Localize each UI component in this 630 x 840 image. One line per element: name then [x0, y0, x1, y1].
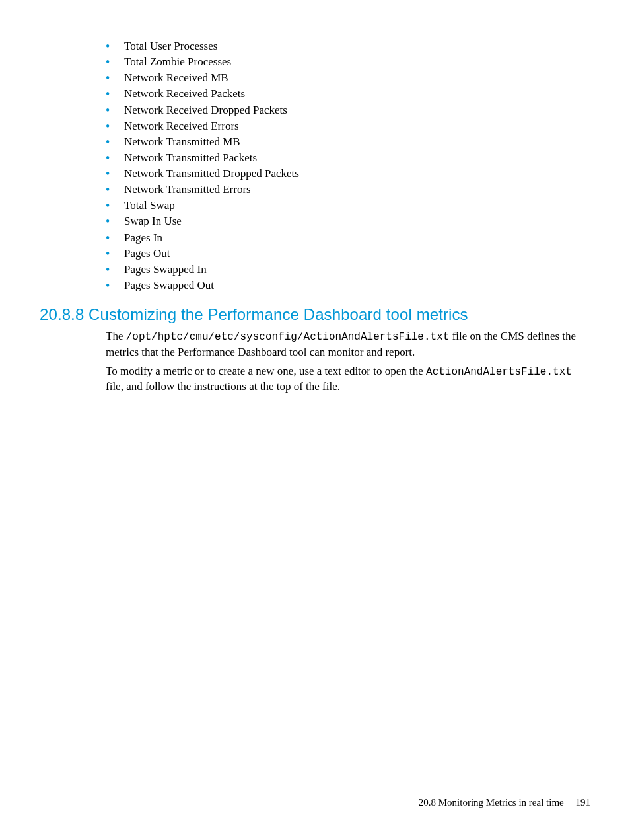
- section-heading: 20.8.8 Customizing the Performance Dashb…: [40, 305, 590, 324]
- list-item-text: Swap In Use: [124, 215, 182, 227]
- list-item-text: Pages Out: [124, 247, 170, 260]
- list-item-text: Network Transmitted MB: [124, 135, 240, 148]
- document-page: Total User Processes Total Zombie Proces…: [0, 0, 630, 395]
- list-item-text: Network Received Errors: [124, 120, 239, 132]
- list-item: Total User Processes: [106, 38, 590, 54]
- list-item: Network Received Packets: [106, 86, 590, 102]
- metrics-bullet-list: Total User Processes Total Zombie Proces…: [40, 38, 590, 293]
- footer-section-label: 20.8 Monitoring Metrics in real time: [419, 797, 564, 808]
- code-path: /opt/hptc/cmu/etc/sysconfig/ActionAndAle…: [126, 331, 450, 343]
- list-item: Pages In: [106, 230, 590, 246]
- list-item: Total Swap: [106, 198, 590, 213]
- list-item-text: Network Received MB: [124, 71, 228, 84]
- list-item-text: Network Transmitted Errors: [124, 183, 251, 196]
- list-item: Pages Swapped Out: [106, 278, 590, 293]
- list-item: Pages Swapped In: [106, 262, 590, 278]
- page-number: 191: [576, 797, 591, 808]
- list-item: Network Received MB: [106, 70, 590, 86]
- list-item-text: Network Transmitted Packets: [124, 151, 257, 164]
- text-run: file, and follow the instructions at the…: [106, 380, 340, 393]
- code-filename: ActionAndAlertsFile.txt: [426, 366, 572, 378]
- text-run: The: [106, 330, 126, 342]
- list-item-text: Network Received Dropped Packets: [124, 104, 287, 116]
- list-item: Network Received Dropped Packets: [106, 102, 590, 118]
- list-item: Network Transmitted Errors: [106, 182, 590, 198]
- list-item: Network Transmitted Dropped Packets: [106, 166, 590, 182]
- list-item: Network Received Errors: [106, 118, 590, 134]
- paragraph: The /opt/hptc/cmu/etc/sysconfig/ActionAn…: [106, 329, 590, 360]
- list-item: Pages Out: [106, 246, 590, 262]
- list-item-text: Total Zombie Processes: [124, 56, 231, 68]
- list-item-text: Total Swap: [124, 199, 175, 211]
- list-item: Total Zombie Processes: [106, 54, 590, 70]
- text-run: To modify a metric or to create a new on…: [106, 365, 426, 377]
- list-item: Network Transmitted Packets: [106, 150, 590, 166]
- list-item-text: Pages In: [124, 231, 162, 244]
- list-item: Swap In Use: [106, 213, 590, 229]
- list-item-text: Network Received Packets: [124, 87, 245, 100]
- page-footer: 20.8 Monitoring Metrics in real time 191: [419, 797, 590, 808]
- paragraph: To modify a metric or to create a new on…: [106, 364, 590, 395]
- list-item-text: Pages Swapped In: [124, 263, 207, 276]
- list-item-text: Total User Processes: [124, 40, 217, 52]
- list-item-text: Network Transmitted Dropped Packets: [124, 167, 299, 180]
- list-item-text: Pages Swapped Out: [124, 279, 214, 291]
- list-item: Network Transmitted MB: [106, 134, 590, 150]
